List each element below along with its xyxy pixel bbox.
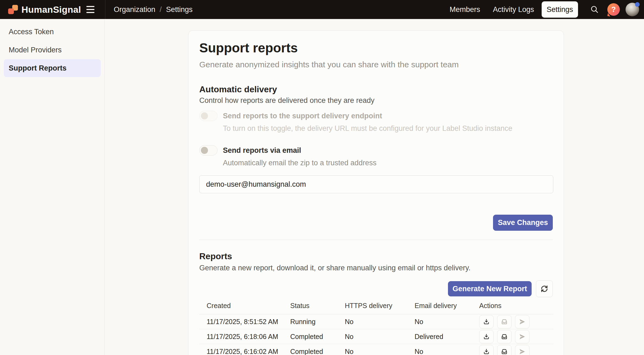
resend-https-button: [515, 315, 529, 328]
https-endpoint-toggle-help: To turn on this toggle, the delivery URL…: [223, 124, 512, 133]
download-report-button[interactable]: [479, 315, 494, 328]
cell-status: Completed: [290, 329, 345, 344]
table-row: 11/17/2025, 8:51:52 AM Running No No: [199, 314, 553, 329]
send-icon: [519, 333, 526, 340]
cell-created: 11/17/2025, 6:16:02 AM: [199, 344, 290, 355]
hamburger-menu-icon[interactable]: [86, 5, 96, 14]
resend-https-button: [515, 345, 529, 355]
cell-status: Running: [290, 314, 345, 329]
nav-activity-logs[interactable]: Activity Logs: [493, 5, 534, 14]
https-endpoint-toggle-label: Send reports to the support delivery end…: [223, 111, 512, 121]
column-created: Created: [199, 302, 290, 314]
column-actions: Actions: [479, 302, 553, 314]
download-icon: [483, 348, 490, 355]
avatar-status-badge: [635, 2, 640, 7]
automatic-delivery-description: Control how reports are delivered once t…: [199, 96, 553, 105]
sidebar-item-support-reports[interactable]: Support Reports: [4, 59, 101, 77]
help-question-mark: ?: [611, 5, 616, 14]
table-row: 11/17/2025, 6:18:06 AM Completed No Deli…: [199, 329, 553, 344]
email-reports-toggle-label: Send reports via email: [223, 146, 377, 155]
help-icon[interactable]: ?: [607, 3, 620, 16]
cell-email-delivery: No: [415, 314, 479, 329]
top-header: HumanSignal Organization / Settings Memb…: [0, 0, 644, 19]
column-https-delivery: HTTPS delivery: [345, 302, 415, 314]
sidebar-item-access-token[interactable]: Access Token: [4, 23, 101, 41]
save-changes-button[interactable]: Save Changes: [493, 215, 553, 231]
email-reports-toggle-help: Automatically email the zip to a trusted…: [223, 158, 377, 167]
email-field[interactable]: [199, 175, 553, 193]
generate-new-report-button[interactable]: Generate New Report: [448, 281, 532, 296]
app-logo[interactable]: HumanSignal: [8, 0, 81, 19]
inbox-icon: [501, 318, 508, 325]
download-report-button[interactable]: [479, 330, 494, 343]
support-reports-card: Support reports Generate anonymized insi…: [188, 30, 564, 355]
breadcrumb: Organization / Settings: [114, 0, 192, 19]
https-endpoint-toggle: [199, 111, 217, 121]
resend-email-button: [497, 315, 512, 328]
reports-description: Generate a new report, download it, or s…: [199, 263, 553, 272]
inbox-icon: [501, 348, 508, 355]
cell-status: Completed: [290, 344, 345, 355]
table-header-row: Created Status HTTPS delivery Email deli…: [199, 302, 553, 314]
refresh-button[interactable]: [536, 280, 553, 297]
column-email-delivery: Email delivery: [415, 302, 479, 314]
search-icon[interactable]: [590, 5, 599, 14]
inbox-icon: [501, 333, 508, 340]
settings-sidebar: Access Token Model Providers Support Rep…: [0, 19, 105, 355]
reports-heading: Reports: [199, 251, 553, 262]
nav-settings-active[interactable]: Settings: [542, 1, 578, 18]
toggle-row-email: Send reports via email Automatically ema…: [199, 145, 553, 167]
email-reports-toggle[interactable]: [199, 145, 217, 156]
resend-email-button[interactable]: [497, 345, 512, 355]
resend-email-button[interactable]: [497, 330, 512, 343]
download-icon: [483, 318, 490, 325]
breadcrumb-settings[interactable]: Settings: [166, 5, 193, 14]
sidebar-item-model-providers[interactable]: Model Providers: [4, 41, 101, 59]
breadcrumb-separator: /: [160, 5, 162, 14]
section-divider: [199, 240, 553, 240]
download-report-button[interactable]: [479, 345, 494, 355]
automatic-delivery-heading: Automatic delivery: [199, 84, 553, 95]
cell-https-delivery: No: [345, 344, 415, 355]
cell-email-delivery: Delivered: [415, 329, 479, 344]
cell-https-delivery: No: [345, 329, 415, 344]
column-status: Status: [290, 302, 345, 314]
send-icon: [519, 318, 526, 325]
user-avatar[interactable]: [626, 3, 639, 16]
cell-created: 11/17/2025, 8:51:52 AM: [199, 314, 290, 329]
breadcrumb-organization[interactable]: Organization: [114, 5, 155, 14]
page-subtitle: Generate anonymized insights that you ca…: [199, 60, 553, 69]
resend-https-button: [515, 330, 529, 343]
cell-email-delivery: No: [415, 344, 479, 355]
cell-https-delivery: No: [345, 314, 415, 329]
humansignal-logo-icon: [8, 5, 18, 14]
download-icon: [483, 333, 490, 340]
toggle-row-https-endpoint: Send reports to the support delivery end…: [199, 111, 553, 133]
page-title: Support reports: [199, 40, 553, 56]
nav-members[interactable]: Members: [450, 5, 480, 14]
refresh-icon: [540, 285, 548, 293]
reports-table: Created Status HTTPS delivery Email deli…: [199, 302, 553, 355]
app-logo-text: HumanSignal: [21, 4, 81, 15]
header-divider: [105, 0, 105, 19]
cell-created: 11/17/2025, 6:18:06 AM: [199, 329, 290, 344]
send-icon: [519, 348, 526, 355]
header-right-nav: Members Activity Logs Settings ?: [450, 0, 639, 19]
table-row: 11/17/2025, 6:16:02 AM Completed No No: [199, 344, 553, 355]
